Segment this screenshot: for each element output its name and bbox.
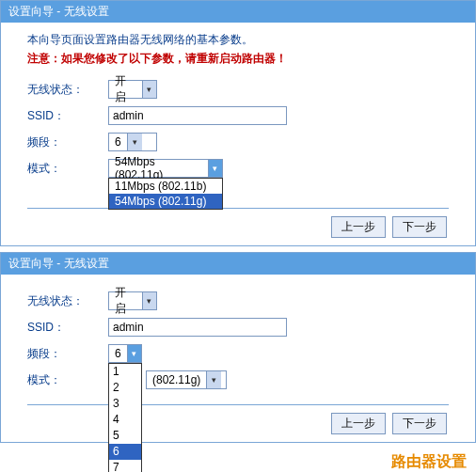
select-wireless-status[interactable]: 开启 ▾ xyxy=(108,291,157,310)
chevron-down-icon: ▾ xyxy=(142,81,156,98)
panel-title: 设置向导 - 无线设置 xyxy=(1,1,475,23)
row-mode: 模式： (802.11g) ▾ xyxy=(27,370,449,389)
select-wireless-status[interactable]: 开启 ▾ xyxy=(108,80,157,99)
channel-option[interactable]: 3 xyxy=(109,396,141,412)
label-channel: 频段： xyxy=(27,346,108,362)
ssid-input[interactable] xyxy=(108,318,287,337)
mode-option[interactable]: 11Mbps (802.11b) xyxy=(109,179,222,194)
row-channel: 频段： 6 ▾ 12345678910111213 xyxy=(27,344,449,363)
mode-option[interactable]: 54Mbps (802.11g) xyxy=(109,194,222,209)
prev-button[interactable]: 上一步 xyxy=(331,413,386,434)
select-value: 6 xyxy=(109,347,127,360)
row-channel: 频段： 6 ▾ xyxy=(27,133,449,151)
row-wireless-status: 无线状态： 开启 ▾ xyxy=(27,80,449,99)
separator xyxy=(27,404,449,405)
label-ssid: SSID： xyxy=(27,320,108,336)
select-value: 开启 xyxy=(109,285,142,317)
row-wireless-status: 无线状态： 开启 ▾ xyxy=(27,291,449,310)
channel-option[interactable]: 4 xyxy=(109,412,141,428)
prev-button[interactable]: 上一步 xyxy=(331,216,386,238)
watermark: 路由器设置 rijiwang.com xyxy=(0,448,476,472)
warning-text: 注意：如果您修改了以下参数，请重新启动路由器！ xyxy=(27,51,449,67)
channel-option[interactable]: 1 xyxy=(109,364,141,380)
chevron-down-icon: ▾ xyxy=(208,160,222,177)
select-value: (802.11g) xyxy=(147,373,206,386)
label-channel: 频段： xyxy=(27,134,108,150)
mode-dropdown-list: 11Mbps (802.11b)54Mbps (802.11g) xyxy=(108,178,223,210)
intro-text: 本向导页面设置路由器无线网络的基本参数。 xyxy=(27,32,449,48)
select-value: 开启 xyxy=(109,73,142,105)
chevron-down-icon: ▾ xyxy=(127,134,142,150)
row-ssid: SSID： xyxy=(27,106,449,125)
next-button[interactable]: 下一步 xyxy=(392,216,447,238)
channel-option[interactable]: 6 xyxy=(109,444,141,460)
label-ssid: SSID： xyxy=(27,108,108,124)
channel-option[interactable]: 5 xyxy=(109,428,141,444)
label-mode: 模式： xyxy=(27,161,108,177)
wizard-panel-2: 设置向导 - 无线设置 无线状态： 开启 ▾ SSID： 频段： 6 ▾ 123… xyxy=(0,252,476,443)
select-mode[interactable]: 54Mbps (802.11g) ▾ 11Mbps (802.11b)54Mbp… xyxy=(108,159,223,178)
wizard-panel-1: 设置向导 - 无线设置 本向导页面设置路由器无线网络的基本参数。 注意：如果您修… xyxy=(0,0,476,246)
panel-title: 设置向导 - 无线设置 xyxy=(1,253,475,275)
channel-option[interactable]: 2 xyxy=(109,380,141,396)
select-value: 6 xyxy=(109,135,127,149)
panel-body: 本向导页面设置路由器无线网络的基本参数。 注意：如果您修改了以下参数，请重新启动… xyxy=(1,23,475,245)
chevron-down-icon: ▾ xyxy=(206,371,221,388)
panel-body: 无线状态： 开启 ▾ SSID： 频段： 6 ▾ 123456789101112… xyxy=(1,275,475,442)
chevron-down-icon: ▾ xyxy=(142,292,156,309)
channel-option[interactable]: 7 xyxy=(109,460,141,472)
ssid-input[interactable] xyxy=(108,106,287,125)
select-mode[interactable]: (802.11g) ▾ xyxy=(146,370,227,389)
button-row: 上一步 下一步 xyxy=(27,413,449,434)
chevron-down-icon: ▾ xyxy=(127,345,141,362)
label-mode: 模式： xyxy=(27,372,108,388)
channel-dropdown-list: 12345678910111213 xyxy=(108,363,142,472)
button-row: 上一步 下一步 xyxy=(27,216,449,238)
label-wireless-status: 无线状态： xyxy=(27,82,108,98)
next-button[interactable]: 下一步 xyxy=(392,413,447,434)
select-channel[interactable]: 6 ▾ xyxy=(108,133,157,151)
watermark-cn: 路由器设置 xyxy=(383,452,467,472)
label-wireless-status: 无线状态： xyxy=(27,293,108,309)
separator xyxy=(27,208,449,209)
row-mode: 模式： 54Mbps (802.11g) ▾ 11Mbps (802.11b)5… xyxy=(27,159,449,178)
select-channel[interactable]: 6 ▾ 12345678910111213 xyxy=(108,344,142,363)
row-ssid: SSID： xyxy=(27,318,449,337)
